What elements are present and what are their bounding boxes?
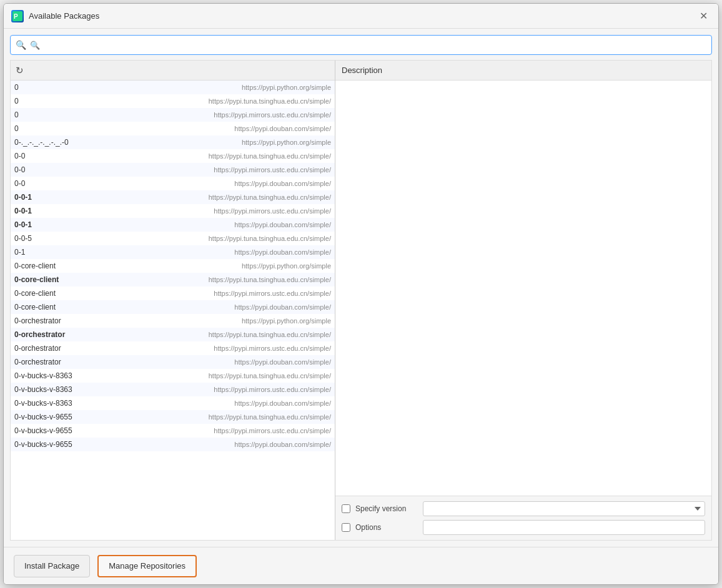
package-row[interactable]: 0https://pypi.python.org/simple [11, 81, 335, 94]
package-repo: https://pypi.tuna.tsinghua.edu.cn/simple… [209, 194, 331, 201]
package-repo: https://pypi.mirrors.ustc.edu.cn/simple/ [214, 386, 331, 393]
package-name: 0-core-client [14, 289, 214, 298]
package-name: 0-0-1 [14, 193, 209, 202]
package-repo: https://pypi.mirrors.ustc.edu.cn/simple/ [214, 207, 331, 215]
package-row[interactable]: 0-v-bucks-v-8363https://pypi.douban.com/… [11, 396, 335, 410]
manage-repositories-button[interactable]: Manage Repositories [97, 555, 197, 577]
pycharm-logo-icon: P [12, 11, 22, 21]
package-row[interactable]: 0-._.-._.-._.-._.-0https://pypi.python.o… [11, 135, 335, 149]
package-repo: https://pypi.douban.com/simple/ [234, 399, 331, 407]
package-name: 0 [14, 83, 242, 92]
package-list[interactable]: 0https://pypi.python.org/simple0https://… [11, 81, 335, 540]
options-input[interactable] [423, 520, 705, 535]
package-row[interactable]: 0-orchestratorhttps://pypi.douban.com/si… [11, 355, 335, 369]
package-repo: https://pypi.douban.com/simple/ [234, 125, 331, 132]
package-name: 0-0-1 [14, 207, 214, 215]
specify-version-checkbox[interactable] [342, 504, 350, 513]
search-bar: 🔍 [10, 35, 712, 55]
window-title: Available Packages [29, 11, 99, 21]
package-row[interactable]: 0-core-clienthttps://pypi.mirrors.ustc.e… [11, 287, 335, 300]
content-area: 🔍 ↻ 0https://pypi.python.org/simple0http… [4, 29, 718, 547]
package-row[interactable]: 0-0https://pypi.douban.com/simple/ [11, 177, 335, 190]
package-name: 0-v-bucks-v-9655 [14, 426, 214, 435]
close-button[interactable]: ✕ [696, 9, 711, 24]
package-repo: https://pypi.mirrors.ustc.edu.cn/simple/ [214, 345, 331, 352]
package-row[interactable]: 0-0https://pypi.tuna.tsinghua.edu.cn/sim… [11, 149, 335, 163]
package-repo: https://pypi.python.org/simple [242, 139, 331, 146]
install-package-button[interactable]: Install Package [14, 555, 90, 577]
package-row[interactable]: 0-core-clienthttps://pypi.douban.com/sim… [11, 300, 335, 314]
package-name: 0-v-bucks-v-8363 [14, 385, 214, 394]
package-row[interactable]: 0-0-1https://pypi.mirrors.ustc.edu.cn/si… [11, 204, 335, 218]
package-repo: https://pypi.douban.com/simple/ [234, 303, 331, 311]
package-name: 0-v-bucks-v-9655 [14, 440, 234, 449]
package-name: 0 [14, 124, 234, 133]
footer-bar: Install Package Manage Repositories [4, 547, 718, 584]
options-checkbox[interactable] [342, 523, 350, 532]
package-name: 0-orchestrator [14, 344, 214, 353]
specify-version-row: Specify version [342, 501, 705, 516]
package-repo: https://pypi.tuna.tsinghua.edu.cn/simple… [209, 331, 331, 338]
package-repo: https://pypi.douban.com/simple/ [234, 248, 331, 256]
package-name: 0-1 [14, 248, 234, 257]
package-row[interactable]: 0-orchestratorhttps://pypi.mirrors.ustc.… [11, 341, 335, 355]
bottom-options: Specify version Options [335, 496, 711, 540]
package-repo: https://pypi.tuna.tsinghua.edu.cn/simple… [209, 276, 331, 283]
package-row[interactable]: 0-0-1https://pypi.douban.com/simple/ [11, 218, 335, 232]
package-repo: https://pypi.tuna.tsinghua.edu.cn/simple… [209, 152, 331, 160]
specify-version-label: Specify version [355, 504, 418, 513]
package-name: 0-orchestrator [14, 358, 234, 366]
package-repo: https://pypi.tuna.tsinghua.edu.cn/simple… [209, 413, 331, 421]
title-bar-left: P Available Packages [11, 10, 99, 22]
package-name: 0-0-1 [14, 220, 234, 229]
package-row[interactable]: 0-v-bucks-v-9655https://pypi.mirrors.ust… [11, 424, 335, 438]
main-panel: ↻ 0https://pypi.python.org/simple0https:… [10, 60, 712, 541]
version-select[interactable] [423, 501, 705, 516]
refresh-icon[interactable]: ↻ [16, 65, 24, 76]
package-repo: https://pypi.tuna.tsinghua.edu.cn/simple… [209, 372, 331, 380]
package-row[interactable]: 0-orchestratorhttps://pypi.python.org/si… [11, 314, 335, 328]
package-row[interactable]: 0https://pypi.tuna.tsinghua.edu.cn/simpl… [11, 94, 335, 108]
package-repo: https://pypi.douban.com/simple/ [234, 180, 331, 187]
search-input[interactable] [30, 41, 706, 50]
package-row[interactable]: 0-v-bucks-v-9655https://pypi.tuna.tsingh… [11, 410, 335, 424]
package-row[interactable]: 0-0-1https://pypi.tuna.tsinghua.edu.cn/s… [11, 190, 335, 204]
package-name: 0-core-client [14, 275, 209, 284]
package-row[interactable]: 0-core-clienthttps://pypi.python.org/sim… [11, 259, 335, 273]
list-header: ↻ [11, 61, 335, 81]
package-name: 0 [14, 110, 214, 119]
options-label: Options [355, 523, 418, 532]
description-header: Description [335, 61, 711, 81]
package-row[interactable]: 0-v-bucks-v-8363https://pypi.mirrors.ust… [11, 383, 335, 396]
package-repo: https://pypi.douban.com/simple/ [234, 221, 331, 228]
right-panel: Description Specify version Options [335, 61, 711, 540]
package-row[interactable]: 0-0-5https://pypi.tuna.tsinghua.edu.cn/s… [11, 232, 335, 245]
package-repo: https://pypi.tuna.tsinghua.edu.cn/simple… [209, 97, 331, 105]
package-row[interactable]: 0-1https://pypi.douban.com/simple/ [11, 245, 335, 259]
description-content [335, 81, 711, 496]
package-name: 0-0-5 [14, 234, 209, 243]
package-row[interactable]: 0https://pypi.douban.com/simple/ [11, 122, 335, 135]
app-icon: P [11, 10, 24, 22]
package-name: 0-v-bucks-v-8363 [14, 371, 209, 380]
package-name: 0-v-bucks-v-8363 [14, 399, 234, 408]
package-row[interactable]: 0-v-bucks-v-9655https://pypi.douban.com/… [11, 438, 335, 451]
package-repo: https://pypi.mirrors.ustc.edu.cn/simple/ [214, 166, 331, 174]
title-bar: P Available Packages ✕ [4, 4, 718, 29]
package-name: 0-orchestrator [14, 330, 209, 339]
package-name: 0-0 [14, 152, 209, 160]
package-row[interactable]: 0-core-clienthttps://pypi.tuna.tsinghua.… [11, 273, 335, 287]
package-row[interactable]: 0https://pypi.mirrors.ustc.edu.cn/simple… [11, 108, 335, 122]
package-name: 0-0 [14, 179, 234, 188]
package-repo: https://pypi.python.org/simple [242, 84, 331, 91]
package-row[interactable]: 0-0https://pypi.mirrors.ustc.edu.cn/simp… [11, 163, 335, 177]
package-name: 0-._.-._.-._.-._.-0 [14, 138, 242, 147]
package-name: 0-core-client [14, 262, 242, 270]
package-repo: https://pypi.python.org/simple [242, 317, 331, 325]
package-row[interactable]: 0-v-bucks-v-8363https://pypi.tuna.tsingh… [11, 369, 335, 383]
search-icon: 🔍 [16, 40, 26, 50]
package-repo: https://pypi.douban.com/simple/ [234, 358, 331, 366]
package-name: 0 [14, 97, 209, 105]
package-row[interactable]: 0-orchestratorhttps://pypi.tuna.tsinghua… [11, 328, 335, 341]
svg-text:P: P [14, 13, 18, 20]
